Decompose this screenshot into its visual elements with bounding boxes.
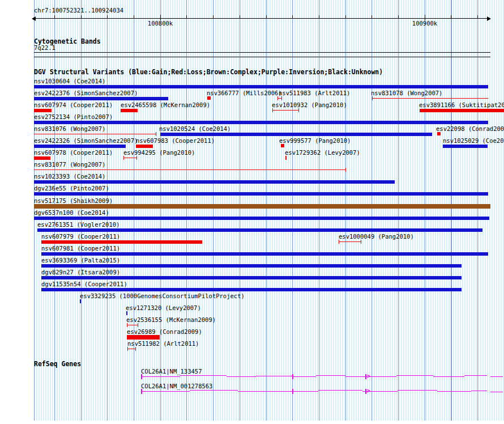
gene-line[interactable]: [292, 391, 318, 392]
gene-line[interactable]: [464, 375, 487, 376]
gene-line[interactable]: [398, 390, 437, 391]
variant-esv22098[interactable]: [437, 132, 441, 135]
variant-dgv6537n100[interactable]: [34, 217, 489, 220]
variant-label-nsv607981[interactable]: nsv607981 (Cooper2011): [41, 245, 120, 252]
variant-label-nsv831076[interactable]: nsv831076 (Wong2007): [34, 126, 105, 132]
variant-label-dgv829n27[interactable]: dgv829n27 (Itsara2009): [41, 269, 120, 275]
variant-esv1000049[interactable]: [339, 240, 361, 244]
variant-label-esv1010932[interactable]: esv1010932 (Pang2010): [272, 102, 347, 108]
variant-label-nsv831077[interactable]: nsv831077 (Wong2007): [34, 162, 105, 168]
variant-label-nsv1025029[interactable]: nsv1025029 (Coe2014): [443, 138, 504, 144]
variant-label-esv3891166[interactable]: esv3891166 (Suktitipat2011): [419, 102, 504, 108]
variant-nsv607979[interactable]: [41, 240, 202, 244]
variant-label-esv2752134[interactable]: esv2752134 (Pinto2007): [34, 114, 113, 120]
variant-esv1729362[interactable]: [285, 156, 287, 160]
variant-esv2761351[interactable]: [37, 228, 482, 232]
variant-esv1010932[interactable]: [272, 108, 299, 112]
variant-label-esv26989[interactable]: esv26989 (Conrad2009): [127, 329, 202, 335]
variant-nsv831077[interactable]: [34, 168, 346, 172]
variant-dgv236e55[interactable]: [34, 192, 488, 196]
variant-label-nsv607979[interactable]: nsv607979 (Cooper2011): [41, 234, 120, 240]
variant-esv2422376[interactable]: [34, 97, 168, 100]
variant-label-dgv11535n54[interactable]: dgv11535n54 (Cooper2011): [41, 281, 127, 287]
gene-line[interactable]: [396, 375, 433, 376]
variant-dgv829n27[interactable]: [41, 276, 462, 279]
gene-exon-tick[interactable]: [365, 374, 366, 379]
variant-esv26989[interactable]: [127, 335, 160, 340]
gene-label[interactable]: COL26A1|NM_133457: [141, 368, 202, 375]
variant-nsv1023393[interactable]: [34, 180, 395, 184]
variant-label-esv1000049[interactable]: esv1000049 (Pang2010): [339, 234, 414, 240]
variant-nsv511983[interactable]: [277, 96, 282, 100]
variant-esv994295[interactable]: [123, 156, 137, 160]
variant-esv2752134[interactable]: [34, 121, 488, 124]
variant-label-esv2422376[interactable]: esv2422376 (SimonSanchez2007): [34, 90, 138, 96]
variant-label-esv1271320[interactable]: esv1271320 (Levy2007): [126, 305, 201, 311]
variant-nsv607981[interactable]: [41, 252, 488, 256]
variant-nsv1020524[interactable]: [160, 133, 432, 136]
gene-line[interactable]: [227, 376, 256, 377]
variant-label-nsv511982[interactable]: nsv511982 (Arlt2011): [127, 341, 199, 347]
variant-label-esv999577[interactable]: esv999577 (Pang2010): [279, 138, 351, 144]
gene-exon-tick[interactable]: [292, 389, 293, 394]
variant-label-nsv1023393[interactable]: nsv1023393 (Coe2014): [34, 173, 105, 180]
gene-line[interactable]: [238, 391, 292, 392]
variant-label-esv3329235[interactable]: esv3329235 (1000GenomesConsortiumPilotPr…: [80, 293, 245, 299]
variant-nsv607978[interactable]: [34, 156, 50, 160]
variant-label-esv994295[interactable]: esv994295 (Pang2010): [123, 150, 195, 156]
gene-line[interactable]: [490, 376, 503, 377]
variant-esv3329235[interactable]: [80, 299, 81, 303]
variant-label-esv2761351[interactable]: esv2761351 (Vogler2010): [37, 222, 119, 228]
gene-line[interactable]: [180, 375, 227, 376]
variant-label-nsv366777[interactable]: nsv366777 (Mills2006): [207, 90, 282, 96]
variant-esv999577[interactable]: [281, 144, 284, 147]
variant-label-dgv236e55[interactable]: dgv236e55 (Pinto2007): [34, 185, 109, 192]
variant-esv3891166[interactable]: [420, 109, 504, 112]
variant-label-esv1729362[interactable]: esv1729362 (Levy2007): [285, 150, 360, 156]
variant-nsv1030604[interactable]: [34, 85, 488, 88]
variant-nsv831078[interactable]: [372, 96, 488, 100]
variant-esv2465598[interactable]: [121, 109, 138, 112]
variant-nsv607974[interactable]: [34, 109, 52, 112]
variant-label-nsv1030604[interactable]: nsv1030604 (Coe2014): [34, 78, 105, 84]
gene-exon-tick[interactable]: [141, 374, 142, 379]
variant-label-esv2465598[interactable]: esv2465598 (McKernan2009): [121, 102, 210, 108]
gene-line[interactable]: [256, 376, 292, 376]
gene-line[interactable]: [318, 390, 362, 391]
variant-nsv831076[interactable]: [34, 132, 156, 136]
gene-line[interactable]: [141, 376, 180, 377]
gene-line[interactable]: [471, 391, 487, 391]
gene-label[interactable]: COL26A1|NM_001278563: [141, 383, 212, 389]
variant-label-nsv511983[interactable]: nsv511983 (Arlt2011): [279, 90, 350, 96]
variant-label-esv22098[interactable]: esv22098 (Conrad2009): [436, 126, 504, 132]
variant-label-nsv831078[interactable]: nsv831078 (Wong2007): [371, 90, 442, 96]
gene-line[interactable]: [316, 375, 345, 376]
variant-esv3693369[interactable]: [41, 264, 462, 268]
gene-line[interactable]: [437, 391, 471, 392]
cytoband-label[interactable]: 7q22.1: [34, 45, 55, 51]
gene-line[interactable]: [141, 391, 190, 392]
variant-esv2422326[interactable]: [34, 145, 126, 148]
variant-label-dgv6537n100[interactable]: dgv6537n100 (Coe2014): [34, 210, 109, 216]
variant-label-esv2536155[interactable]: esv2536155 (McKernan2009): [126, 317, 216, 323]
gene-line[interactable]: [345, 376, 396, 377]
variant-esv2536155[interactable]: [127, 323, 138, 327]
variant-nsv1025029[interactable]: [443, 145, 488, 148]
variant-nsv511982[interactable]: [127, 347, 136, 351]
variant-esv1271320[interactable]: [126, 311, 127, 315]
variant-label-esv3693369[interactable]: esv3693369 (Palta2015): [41, 257, 120, 264]
variant-nsv607983[interactable]: [136, 145, 153, 148]
gene-exon-tick[interactable]: [141, 389, 142, 394]
gene-line[interactable]: [490, 392, 503, 392]
gene-line[interactable]: [292, 376, 316, 377]
gene-line[interactable]: [190, 390, 238, 391]
variant-label-nsv607974[interactable]: nsv607974 (Cooper2011): [34, 102, 113, 108]
gene-line[interactable]: [433, 376, 464, 377]
gene-exon-tick[interactable]: [292, 374, 293, 379]
variant-nsv517175[interactable]: [34, 204, 490, 209]
variant-label-nsv607978[interactable]: nsv607978 (Cooper2011): [34, 150, 113, 156]
variant-label-nsv607983[interactable]: nsv607983 (Cooper2011): [136, 138, 215, 144]
variant-label-esv2422326[interactable]: esv2422326 (SimonSanchez2007): [34, 138, 138, 144]
gene-exon-tick[interactable]: [365, 389, 366, 394]
variant-label-nsv1020524[interactable]: nsv1020524 (Coe2014): [159, 126, 230, 132]
